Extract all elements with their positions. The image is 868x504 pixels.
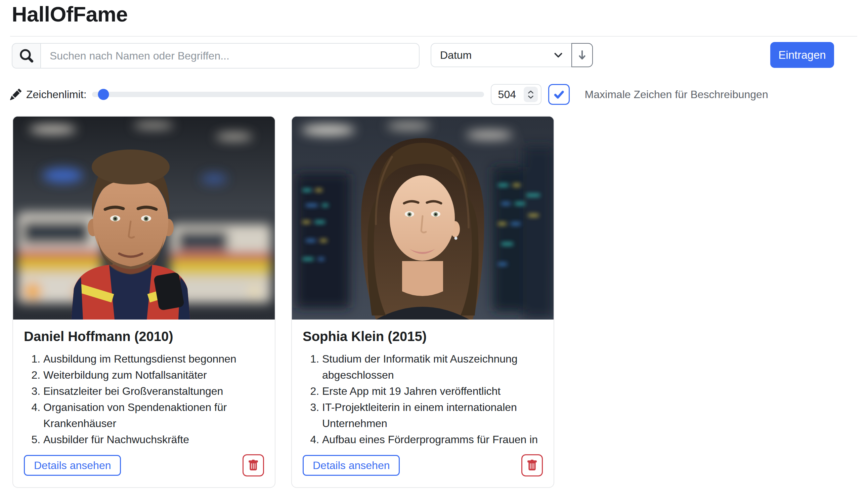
achievement-item: Ausbildung im Rettungsdienst begonnen bbox=[43, 351, 264, 367]
delete-button[interactable] bbox=[242, 454, 264, 476]
char-limit-bar: Zeichenlimit: Maximale Zeichen für Besch… bbox=[10, 83, 768, 105]
page-title: HallOfFame bbox=[12, 2, 128, 26]
achievement-list: Studium der Informatik mit Auszeichnung … bbox=[303, 351, 543, 448]
char-limit-input-group bbox=[491, 84, 541, 105]
sort-group: Datum bbox=[431, 43, 593, 67]
check-icon bbox=[553, 89, 565, 101]
sort-direction-button[interactable] bbox=[571, 43, 593, 67]
arrow-down-icon bbox=[576, 49, 588, 61]
profile-photo bbox=[13, 116, 275, 320]
hall-of-fame-card: Daniel Hoffmann (2010) Ausbildung im Ret… bbox=[12, 116, 276, 488]
search-input[interactable] bbox=[40, 43, 420, 69]
card-title: Sophia Klein (2015) bbox=[303, 329, 543, 344]
card-actions: Details ansehen bbox=[24, 454, 264, 476]
char-limit-label: Zeichenlimit: bbox=[26, 89, 87, 101]
achievement-item: Ausbilder für Nachwuchskräfte bbox=[43, 431, 264, 448]
achievement-item: IT-Projektleiterin in einem internationa… bbox=[322, 399, 543, 431]
search-group bbox=[12, 43, 420, 69]
card-actions: Details ansehen bbox=[303, 454, 543, 476]
pencil-icon bbox=[10, 89, 21, 100]
header-divider bbox=[10, 36, 857, 37]
char-limit-input[interactable] bbox=[498, 89, 522, 101]
details-button[interactable]: Details ansehen bbox=[24, 455, 121, 476]
sort-select-wrap: Datum bbox=[431, 43, 572, 67]
add-entry-button[interactable]: Eintragen bbox=[770, 42, 834, 68]
hall-of-fame-card: Sophia Klein (2015) Studium der Informat… bbox=[291, 116, 554, 488]
slider-thumb[interactable] bbox=[98, 89, 109, 100]
char-limit-hint: Maximale Zeichen für Beschreibungen bbox=[585, 89, 768, 101]
trash-icon bbox=[248, 460, 259, 471]
delete-button[interactable] bbox=[521, 454, 543, 476]
number-stepper[interactable] bbox=[524, 87, 538, 102]
profile-photo bbox=[292, 116, 554, 320]
card-title: Daniel Hoffmann (2010) bbox=[24, 329, 264, 344]
toolbar: Datum Eintragen bbox=[12, 43, 856, 70]
achievement-item: Erste App mit 19 Jahren veröffentlicht bbox=[322, 383, 543, 399]
sort-select[interactable]: Datum bbox=[431, 43, 572, 67]
card-grid: Daniel Hoffmann (2010) Ausbildung im Ret… bbox=[12, 116, 554, 488]
trash-icon bbox=[526, 460, 538, 471]
confirm-limit-button[interactable] bbox=[548, 84, 570, 105]
achievement-item: Weiterbildung zum Notfallsanitäter bbox=[43, 367, 264, 383]
achievement-item: Aufbau eines Förderprogramms für Frauen … bbox=[322, 431, 543, 448]
details-button[interactable]: Details ansehen bbox=[303, 455, 400, 476]
achievement-list: Ausbildung im Rettungsdienst begonnen We… bbox=[24, 351, 264, 448]
page: HallOfFame Datum bbox=[0, 0, 868, 504]
achievement-item: Einsatzleiter bei Großveranstaltungen bbox=[43, 383, 264, 399]
card-body: Sophia Klein (2015) Studium der Informat… bbox=[292, 320, 554, 487]
search-icon bbox=[12, 43, 40, 69]
char-limit-slider[interactable] bbox=[92, 92, 484, 97]
achievement-item: Organisation von Spendenaktionen für Kra… bbox=[43, 399, 264, 431]
card-body: Daniel Hoffmann (2010) Ausbildung im Ret… bbox=[13, 320, 275, 487]
achievement-item: Studium der Informatik mit Auszeichnung … bbox=[322, 351, 543, 383]
